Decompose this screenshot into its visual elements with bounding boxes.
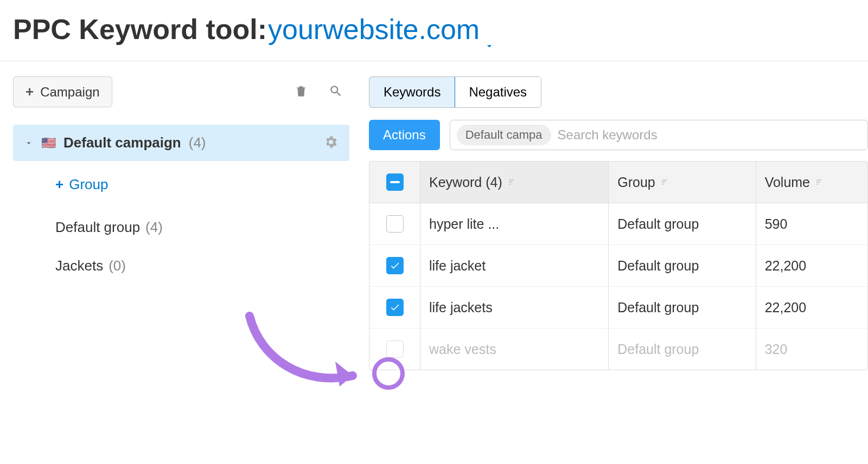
search-icon bbox=[329, 84, 343, 98]
table-row: wake vests Default group 320 bbox=[369, 328, 867, 370]
column-keyword[interactable]: Keyword (4) bbox=[420, 162, 609, 203]
sort-icon bbox=[815, 177, 825, 187]
cell-keyword[interactable]: hyper lite ... bbox=[420, 203, 609, 244]
group-name: Jackets bbox=[55, 257, 103, 274]
group-item[interactable]: Jackets (0) bbox=[13, 247, 349, 285]
chevron-down-icon bbox=[484, 25, 495, 33]
tab-negatives[interactable]: Negatives bbox=[455, 77, 541, 107]
cell-group[interactable]: Default group bbox=[609, 328, 756, 370]
cell-volume: 22,200 bbox=[756, 245, 867, 286]
row-checkbox[interactable] bbox=[386, 340, 404, 358]
flag-icon: 🇺🇸 bbox=[41, 136, 56, 150]
cell-keyword[interactable]: life jacket bbox=[420, 245, 609, 286]
cell-keyword[interactable]: wake vests bbox=[420, 328, 609, 370]
sort-icon bbox=[661, 177, 671, 187]
table-header: Keyword (4) Group Volume bbox=[369, 162, 867, 203]
campaign-row[interactable]: 🇺🇸 Default campaign (4) bbox=[13, 125, 349, 161]
add-group-button[interactable]: + Group bbox=[13, 161, 349, 208]
plus-icon: + bbox=[25, 83, 34, 100]
column-group[interactable]: Group bbox=[609, 162, 756, 203]
select-all-checkbox[interactable] bbox=[386, 173, 404, 191]
group-item[interactable]: Default group (4) bbox=[13, 208, 349, 247]
add-campaign-button[interactable]: + Campaign bbox=[13, 76, 112, 107]
cell-volume: 590 bbox=[756, 203, 867, 244]
keywords-table: Keyword (4) Group Volume hyper lite ... … bbox=[369, 161, 868, 370]
cell-group[interactable]: Default group bbox=[609, 245, 756, 286]
cell-keyword[interactable]: life jackets bbox=[420, 287, 609, 328]
column-volume[interactable]: Volume bbox=[756, 162, 867, 203]
campaign-settings-button[interactable] bbox=[323, 134, 339, 151]
group-count: (0) bbox=[108, 257, 126, 274]
domain-dropdown[interactable]: yourwebsite.com bbox=[268, 13, 495, 46]
title-prefix: PPC Keyword tool: bbox=[13, 13, 267, 46]
page-header: PPC Keyword tool: yourwebsite.com bbox=[0, 0, 868, 61]
sidebar: + Campaign 🇺🇸 Default campaign (4) bbox=[13, 76, 349, 370]
group-name: Default group bbox=[55, 219, 140, 236]
page-title: PPC Keyword tool: yourwebsite.com bbox=[13, 13, 855, 46]
row-checkbox[interactable] bbox=[386, 299, 404, 316]
filter-chip[interactable]: Default campa bbox=[457, 125, 551, 145]
actions-button[interactable]: Actions bbox=[369, 120, 440, 150]
campaign-name: Default campaign bbox=[63, 134, 181, 151]
domain-text: yourwebsite.com bbox=[268, 13, 480, 46]
chevron-down-icon bbox=[24, 138, 34, 148]
plus-icon: + bbox=[55, 176, 63, 193]
cell-group[interactable]: Default group bbox=[609, 203, 756, 244]
search-button[interactable] bbox=[327, 82, 345, 102]
sort-icon bbox=[508, 177, 518, 187]
row-checkbox[interactable] bbox=[386, 215, 404, 233]
group-count: (4) bbox=[145, 219, 163, 236]
main-panel: Keywords Negatives Actions Default campa… bbox=[369, 76, 868, 370]
search-bar[interactable]: Default campa bbox=[450, 120, 868, 150]
tab-keywords[interactable]: Keywords bbox=[369, 76, 455, 108]
table-row: hyper lite ... Default group 590 bbox=[369, 203, 867, 245]
campaign-count: (4) bbox=[189, 134, 206, 151]
gear-icon bbox=[323, 134, 339, 150]
tab-group: Keywords Negatives bbox=[369, 76, 541, 108]
add-group-label: Group bbox=[69, 176, 108, 193]
row-checkbox[interactable] bbox=[386, 257, 404, 274]
campaign-button-label: Campaign bbox=[40, 85, 99, 100]
delete-button[interactable] bbox=[292, 82, 310, 102]
table-row: life jacket Default group 22,200 bbox=[369, 245, 867, 287]
trash-icon bbox=[294, 84, 308, 98]
cell-volume: 22,200 bbox=[756, 287, 867, 328]
table-row: life jackets Default group 22,200 bbox=[369, 287, 867, 328]
cell-group[interactable]: Default group bbox=[609, 287, 756, 328]
search-input[interactable] bbox=[558, 127, 861, 143]
cell-volume: 320 bbox=[756, 328, 867, 370]
